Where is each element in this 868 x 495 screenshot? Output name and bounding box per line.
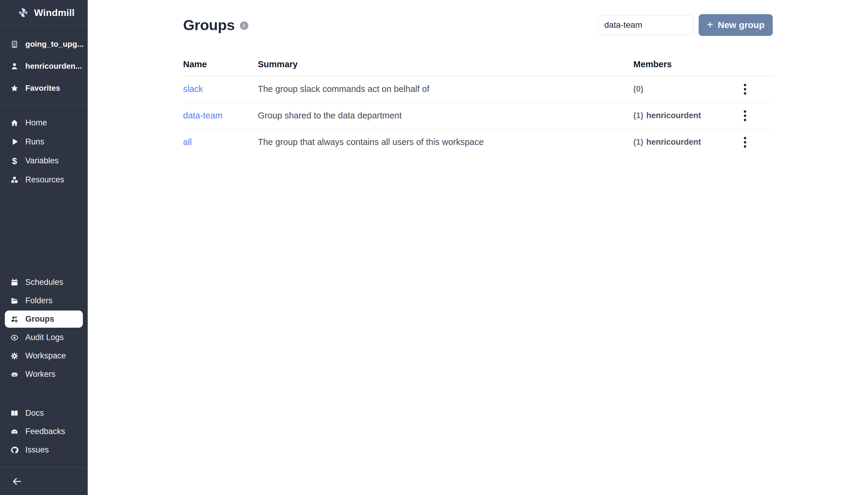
new-group-button-label: New group [718,20,765,30]
group-summary: The group slack commands act on belhalf … [258,84,633,94]
sidebar-item-issues[interactable]: Issues [0,441,88,459]
folder-open-icon [10,297,19,305]
workspace-label: going_to_upg... [25,39,84,49]
nav-label: Workers [25,370,55,379]
column-header-members: Members [633,59,736,69]
nav-label: Variables [25,156,59,166]
sidebar-item-home[interactable]: Home [0,113,88,132]
workspace-switcher[interactable]: going_to_upg... [0,33,88,55]
members-names: henricourdent [646,111,701,120]
table-row: slack The group slack commands act on be… [183,76,773,102]
table-header-row: Name Summary Members [183,53,773,76]
sidebar-item-docs[interactable]: Docs [0,404,88,422]
group-link[interactable]: data-team [183,110,223,120]
star-icon [10,84,19,92]
sidebar-item-feedbacks[interactable]: Feedbacks [0,422,88,441]
members-count: (0) [633,84,643,93]
page-title: Groups [183,17,235,33]
sidebar-item-schedules[interactable]: Schedules [0,273,88,291]
sidebar-item-groups[interactable]: Groups [5,310,83,328]
robot-icon [10,370,19,379]
favorites-label: Favorites [25,84,60,93]
sidebar-item-folders[interactable]: Folders [0,291,88,310]
user-group-gear-icon [10,315,19,323]
windmill-logo-icon [17,6,30,19]
eye-icon [10,334,19,342]
group-link[interactable]: all [183,137,192,147]
calendar-icon [10,278,19,287]
sidebar-item-audit-logs[interactable]: Audit Logs [0,328,88,347]
nav-label: Workspace [25,351,66,361]
play-icon [10,138,19,146]
arrow-left-icon [12,476,22,487]
sidebar-item-resources[interactable]: Resources [0,170,88,189]
table-row: data-team Group shared to the data depar… [183,102,773,129]
sidebar-item-workspace[interactable]: Workspace [0,347,88,365]
new-group-button[interactable]: + New group [699,14,773,36]
groups-table: Name Summary Members slack The group sla… [183,53,773,155]
sidebar: Windmill going_to_upg... [0,0,88,495]
book-open-icon [10,409,19,417]
brand-logo[interactable]: Windmill [0,0,88,25]
nav-label: Folders [25,296,52,305]
user-label: henricourden... [25,62,82,71]
nav-label: Runs [25,137,44,147]
sidebar-item-workers[interactable]: Workers [0,365,88,383]
row-menu-kebab-icon[interactable] [739,133,751,151]
group-summary: Group shared to the data department [258,110,633,121]
nav-label: Groups [25,314,54,324]
main-area: Groups i + New group Name Summary Member… [88,0,868,495]
dollar-icon: $ [10,157,19,165]
nav-label: Resources [25,175,64,185]
nav-label: Schedules [25,278,63,287]
github-icon [10,446,19,454]
nav-label: Issues [25,445,49,455]
cubes-icon [10,176,19,184]
row-menu-kebab-icon[interactable] [739,80,751,98]
gear-icon [10,352,19,360]
nav-label: Feedbacks [25,427,65,436]
group-search-input[interactable] [598,15,694,35]
plus-icon: + [707,19,713,30]
collapse-sidebar-button[interactable] [9,474,25,489]
group-summary: The group that always contains all users… [258,137,633,147]
sidebar-item-variables[interactable]: $ Variables [0,151,88,170]
discord-icon [10,427,19,436]
nav-label: Home [25,118,47,127]
user-menu[interactable]: henricourden... [0,55,88,77]
home-icon [10,119,19,127]
building-icon [10,40,19,49]
group-link[interactable]: slack [183,84,203,94]
brand-name: Windmill [34,7,75,18]
column-header-summary: Summary [258,59,633,69]
members-names: henricourdent [646,137,701,147]
members-count: (1) [633,137,643,147]
column-header-name: Name [183,59,258,69]
members-count: (1) [633,111,643,120]
info-icon[interactable]: i [240,21,248,30]
row-menu-kebab-icon[interactable] [739,107,751,125]
sidebar-item-runs[interactable]: Runs [0,132,88,151]
nav-label: Audit Logs [25,333,64,342]
sidebar-item-favorites[interactable]: Favorites [0,77,88,99]
table-row: all The group that always contains all u… [183,129,773,155]
user-icon [10,62,19,70]
nav-label: Docs [25,409,44,418]
